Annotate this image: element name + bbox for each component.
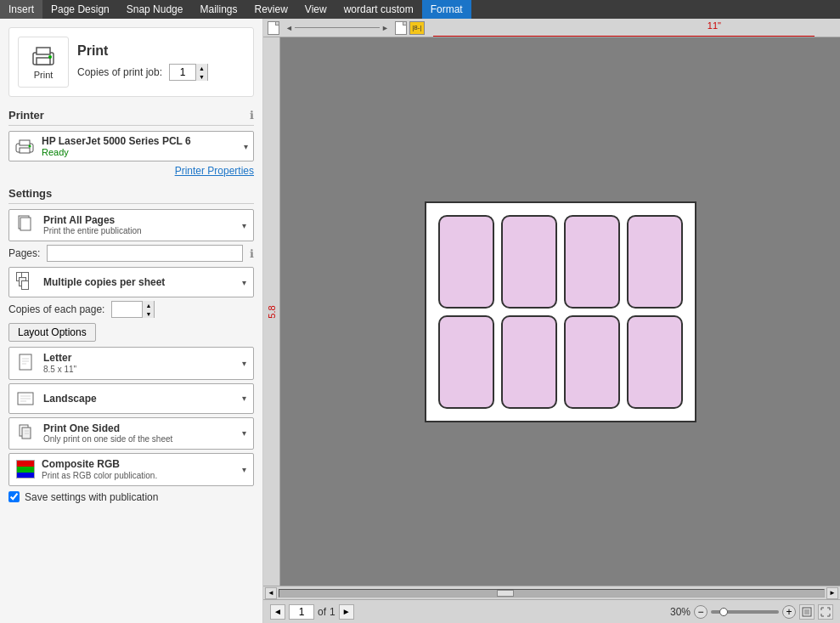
ruler-yellow-text: |8-| (412, 24, 421, 31)
left-panel: Print Print Copies of print job: 1 ▲ ▼ (0, 19, 263, 623)
zoom-out-btn[interactable]: − (694, 605, 708, 619)
copies-each-spin-up[interactable]: ▲ (142, 301, 154, 309)
settings-section: Settings Print All Pages Print the entir… (8, 184, 254, 503)
scroll-right-btn[interactable]: ► (826, 587, 838, 599)
preview-cell-3 (564, 215, 620, 309)
copies-each-spinners: ▲ ▼ (142, 301, 154, 318)
layout-options-button[interactable]: Layout Options (8, 323, 96, 342)
pages-input[interactable]: 1 (47, 245, 243, 262)
paper-size-icon (16, 354, 37, 374)
horizontal-scrollbar: ◄ ► (263, 586, 840, 599)
zoom-slider-thumb[interactable] (719, 608, 728, 616)
print-button[interactable]: Print (18, 37, 69, 88)
landscape-name: Landscape (43, 393, 242, 405)
composite-rgb-row[interactable]: Composite RGB Print as RGB color publica… (8, 453, 254, 485)
printer-name: HP LaserJet 5000 Series PCL 6 (42, 135, 244, 147)
top-ruler: ◄ ► |8-| 11" (263, 19, 840, 37)
status-bar: ◄ 1 of 1 ► 30% − + (263, 599, 840, 623)
save-settings-label: Save settings with publication (25, 491, 158, 503)
side-ruler-label: 5.8 (266, 305, 276, 318)
ruler-yellow-icon: |8-| (409, 21, 425, 35)
svg-point-7 (29, 145, 31, 148)
svg-rect-6 (20, 148, 30, 153)
pages-info-icon[interactable]: ℹ (250, 247, 254, 260)
preview-page (425, 201, 696, 422)
page-current-input[interactable]: 1 (289, 604, 314, 620)
orientation-text: Landscape (43, 393, 242, 405)
prev-page-btn[interactable]: ◄ (270, 604, 285, 620)
pages-label: Pages: (8, 247, 40, 259)
multiple-copies-row[interactable]: Multiple copies per sheet ▾ (8, 267, 254, 297)
composite-name: Composite RGB (42, 458, 242, 470)
copies-each-input-group: 10 ▲ ▼ (111, 301, 155, 318)
printer-dropdown[interactable]: HP LaserJet 5000 Series PCL 6 Ready ▾ (8, 131, 254, 161)
zoom-in-btn[interactable]: + (782, 605, 796, 619)
menu-review[interactable]: Review (245, 0, 296, 19)
printer-info: HP LaserJet 5000 Series PCL 6 Ready (42, 135, 244, 157)
menu-snap-nudge[interactable]: Snap Nudge (118, 0, 192, 19)
menu-wordart-custom[interactable]: wordart custom (335, 0, 422, 19)
copies-each-input[interactable]: 10 (112, 302, 142, 317)
copies-spin-down[interactable]: ▼ (195, 72, 207, 81)
printer-dropdown-arrow: ▾ (244, 142, 248, 151)
ruler-right-arrow: ► (381, 24, 389, 32)
copies-input[interactable]: 1 (170, 65, 195, 80)
copies-each-spin-down[interactable]: ▼ (142, 309, 154, 318)
scroll-left-btn[interactable]: ◄ (265, 587, 277, 599)
print-options: Print Copies of print job: 1 ▲ ▼ (77, 43, 245, 81)
side-ruler: 5.8 (263, 37, 280, 586)
letter-desc: 8.5 x 11" (43, 365, 242, 375)
copies-row: Copies of print job: 1 ▲ ▼ (77, 64, 245, 81)
svg-rect-5 (20, 140, 30, 145)
preview-cell-1 (438, 215, 494, 309)
composite-arrow: ▾ (242, 465, 246, 474)
scroll-thumb[interactable] (497, 590, 514, 597)
page-of-label: of (318, 606, 326, 618)
zoom-slider-track[interactable] (711, 610, 779, 614)
printer-section-header: Printer ℹ (8, 105, 254, 126)
print-all-pages-arrow: ▾ (242, 221, 246, 230)
menu-format[interactable]: Format (422, 0, 471, 19)
svg-rect-2 (37, 58, 50, 65)
preview-canvas (280, 37, 840, 586)
composite-rgb-icon (16, 460, 35, 479)
print-header: Print Print Copies of print job: 1 ▲ ▼ (8, 27, 254, 97)
menu-view[interactable]: View (296, 0, 335, 19)
menu-page-design[interactable]: Page Design (42, 0, 118, 19)
composite-text: Composite RGB Print as RGB color publica… (42, 458, 242, 480)
print-all-pages-name: Print All Pages (43, 214, 242, 226)
one-sided-row[interactable]: Print One Sided Only print on one side o… (8, 417, 254, 450)
menu-insert[interactable]: Insert (0, 0, 42, 19)
scroll-track[interactable] (279, 589, 825, 598)
preview-cell-8 (627, 315, 683, 409)
save-settings-checkbox[interactable] (8, 491, 20, 502)
print-all-pages-row[interactable]: Print All Pages Print the entire publica… (8, 209, 254, 241)
content-area: 5.8 (263, 37, 840, 586)
svg-rect-23 (804, 609, 809, 615)
printer-info-icon[interactable]: ℹ (250, 109, 254, 122)
printer-properties-link[interactable]: Printer Properties (8, 165, 254, 177)
printer-section-title: Printer (8, 109, 44, 122)
orientation-row[interactable]: Landscape ▾ (8, 383, 254, 414)
zoom-fit-btn[interactable] (799, 604, 815, 620)
one-sided-text: Print One Sided Only print on one side o… (43, 422, 242, 445)
printer-small-icon (14, 138, 35, 155)
menu-mailings[interactable]: Mailings (191, 0, 245, 19)
right-panel: ◄ ► |8-| 11" 5.8 (263, 19, 840, 623)
copies-spin-up[interactable]: ▲ (195, 64, 207, 72)
multiple-copies-name: Multiple copies per sheet (43, 276, 242, 288)
menu-bar: Insert Page Design Snap Nudge Mailings R… (0, 0, 840, 19)
page-icon-right (395, 21, 407, 35)
svg-point-3 (48, 55, 52, 59)
zoom-fullscreen-btn[interactable] (818, 604, 833, 620)
print-all-pages-text: Print All Pages Print the entire publica… (43, 214, 242, 236)
paper-size-row[interactable]: Letter 8.5 x 11" ▾ (8, 347, 254, 379)
main-container: Print Print Copies of print job: 1 ▲ ▼ (0, 19, 840, 623)
preview-cell-2 (501, 215, 557, 309)
ruler-icons: ◄ ► |8-| (268, 21, 425, 35)
copies-input-group: 1 ▲ ▼ (169, 64, 208, 81)
orientation-icon (16, 388, 37, 409)
settings-section-title: Settings (8, 187, 52, 200)
next-page-btn[interactable]: ► (339, 604, 354, 620)
multiple-copies-arrow: ▾ (242, 278, 246, 287)
